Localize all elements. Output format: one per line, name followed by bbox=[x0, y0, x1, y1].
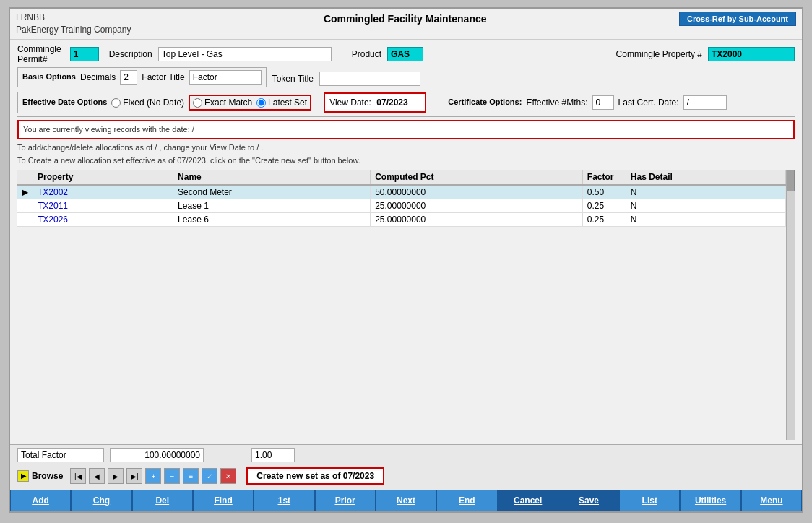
product-input[interactable] bbox=[387, 47, 423, 61]
row-has-detail: N bbox=[626, 212, 785, 226]
effective-mths-label: Effective #Mths: bbox=[526, 98, 587, 108]
cancel-nav-button[interactable]: ✕ bbox=[220, 468, 236, 484]
last-button[interactable]: ▶| bbox=[126, 468, 142, 484]
info-line1: You are currently viewing records with t… bbox=[23, 124, 789, 136]
effective-date-section: Effective Date Options Fixed (No Date) E… bbox=[17, 92, 316, 113]
list-button[interactable]: List bbox=[619, 490, 680, 511]
detail-nav-button[interactable]: ≡ bbox=[183, 468, 199, 484]
del-button[interactable]: Del bbox=[132, 490, 193, 511]
prev-button[interactable]: ◀ bbox=[89, 468, 105, 484]
row-indicator bbox=[17, 212, 33, 226]
scrollbar-thumb[interactable] bbox=[787, 170, 795, 191]
row-property[interactable]: TX2011 bbox=[33, 199, 173, 212]
basis-options-label: Basis Options bbox=[22, 72, 76, 81]
info-line3: To Create a new allocation set effective… bbox=[17, 155, 795, 167]
latest-set-label: Latest Set bbox=[256, 98, 307, 108]
decimals-input[interactable] bbox=[120, 70, 137, 85]
page-title: Commingled Facility Maintenance bbox=[131, 12, 679, 25]
table-wrapper: Property Name Computed Pct Factor Has De… bbox=[17, 170, 795, 440]
allocation-table-section: Property Name Computed Pct Factor Has De… bbox=[17, 170, 795, 440]
menu-button[interactable]: Menu bbox=[741, 490, 802, 511]
row-name: Lease 1 bbox=[173, 199, 371, 212]
table-row[interactable]: TX2026 Lease 6 25.00000000 0.25 N bbox=[17, 212, 786, 226]
table-inner: Property Name Computed Pct Factor Has De… bbox=[17, 170, 786, 440]
commingle-permit-sublabel: Permit# bbox=[17, 54, 47, 64]
1st-button[interactable]: 1st bbox=[254, 490, 314, 511]
product-label: Product bbox=[352, 49, 381, 59]
divider-1 bbox=[17, 116, 795, 117]
factor-title-input[interactable] bbox=[189, 70, 262, 85]
total-factor-label-input[interactable] bbox=[17, 448, 104, 462]
browse-icon: ▶ bbox=[17, 470, 29, 482]
row-computed-pct: 25.00000000 bbox=[371, 212, 583, 226]
fixed-radio-label: Fixed (No Date) bbox=[111, 98, 184, 108]
commingle-property-input[interactable] bbox=[708, 47, 795, 61]
cancel-button[interactable]: Cancel bbox=[498, 490, 558, 511]
last-cert-label: Last Cert. Date: bbox=[618, 98, 679, 108]
row-property[interactable]: TX2002 bbox=[33, 185, 173, 199]
row-indicator: ▶ bbox=[17, 185, 33, 199]
total-row bbox=[17, 448, 795, 462]
add-button[interactable]: Add bbox=[10, 490, 71, 511]
check-nav-button[interactable]: ✓ bbox=[202, 468, 217, 484]
bottom-section: ▶ Browse |◀ ◀ ▶ ▶| + − ≡ ✓ ✕ Create new … bbox=[10, 444, 802, 490]
info-bar: You are currently viewing records with t… bbox=[17, 120, 795, 139]
effective-date-label: Effective Date Options bbox=[22, 98, 107, 106]
latest-set-text: Latest Set bbox=[268, 98, 307, 108]
basis-options-row: Basis Options Decimals Factor Title Toke… bbox=[17, 67, 795, 90]
content-area: Commingle Permit# Description Product Co… bbox=[10, 40, 802, 444]
first-button[interactable]: |◀ bbox=[70, 468, 86, 484]
chg-button[interactable]: Chg bbox=[71, 490, 131, 511]
description-label: Description bbox=[109, 49, 152, 59]
description-input[interactable] bbox=[158, 47, 332, 61]
utilities-button[interactable]: Utilities bbox=[680, 490, 740, 511]
factor-title-label: Factor Title bbox=[142, 72, 184, 82]
prior-button[interactable]: Prior bbox=[315, 490, 376, 511]
commingle-permit-label: Commingle bbox=[17, 44, 61, 54]
add-nav-button[interactable]: + bbox=[145, 468, 161, 484]
next-button[interactable]: Next bbox=[376, 490, 436, 511]
last-cert-input[interactable] bbox=[683, 95, 727, 110]
effective-mths-input[interactable] bbox=[592, 95, 614, 110]
exact-match-radio[interactable] bbox=[193, 98, 202, 108]
action-bar: Add Chg Del Find 1st Prior Next End Canc… bbox=[10, 490, 802, 511]
exact-match-label: Exact Match bbox=[193, 98, 252, 108]
permit-row: Commingle Permit# Description Product Co… bbox=[17, 44, 795, 65]
row-name: Lease 6 bbox=[173, 212, 371, 226]
permit-number-input[interactable] bbox=[70, 47, 99, 61]
fixed-radio[interactable] bbox=[111, 98, 121, 108]
app-id: LRNBB bbox=[16, 12, 131, 24]
row-property[interactable]: TX2026 bbox=[33, 212, 173, 226]
main-window: LRNBB PakEnergy Training Company Comming… bbox=[9, 7, 803, 513]
row-name: Second Meter bbox=[173, 185, 371, 199]
browse-bar: ▶ Browse |◀ ◀ ▶ ▶| + − ≡ ✓ ✕ Create new … bbox=[17, 465, 795, 487]
cross-ref-button[interactable]: Cross-Ref by Sub-Account bbox=[679, 12, 796, 26]
total-factor-input[interactable] bbox=[251, 448, 295, 462]
latest-set-radio[interactable] bbox=[256, 98, 266, 108]
row-computed-pct: 25.00000000 bbox=[371, 199, 583, 212]
row-has-detail: N bbox=[626, 199, 785, 212]
exact-match-text: Exact Match bbox=[204, 98, 252, 108]
end-button[interactable]: End bbox=[436, 490, 497, 511]
table-row[interactable]: TX2011 Lease 1 25.00000000 0.25 N bbox=[17, 199, 786, 212]
remove-nav-button[interactable]: − bbox=[164, 468, 180, 484]
commingle-property-label: Commingle Property # bbox=[616, 49, 702, 59]
scrollbar[interactable] bbox=[786, 170, 795, 440]
basis-options-section: Basis Options Decimals Factor Title bbox=[17, 67, 267, 87]
row-indicator bbox=[17, 199, 33, 212]
company-name: PakEnergy Training Company bbox=[16, 24, 131, 36]
play-button[interactable]: ▶ bbox=[108, 468, 124, 484]
row-factor: 0.25 bbox=[582, 199, 626, 212]
row-computed-pct: 50.00000000 bbox=[371, 185, 583, 199]
view-date-input[interactable] bbox=[373, 95, 420, 110]
title-bar: LRNBB PakEnergy Training Company Comming… bbox=[10, 9, 802, 40]
create-set-button[interactable]: Create new set as of 07/2023 bbox=[246, 467, 384, 485]
view-date-box: View Date: bbox=[324, 92, 426, 113]
token-title-input[interactable] bbox=[319, 72, 420, 86]
total-computed-pct-input[interactable] bbox=[110, 448, 204, 462]
col-computed-pct: Computed Pct bbox=[371, 170, 583, 185]
table-header-row: Property Name Computed Pct Factor Has De… bbox=[17, 170, 786, 185]
find-button[interactable]: Find bbox=[193, 490, 254, 511]
save-button[interactable]: Save bbox=[558, 490, 619, 511]
table-row[interactable]: ▶ TX2002 Second Meter 50.00000000 0.50 N bbox=[17, 185, 786, 199]
